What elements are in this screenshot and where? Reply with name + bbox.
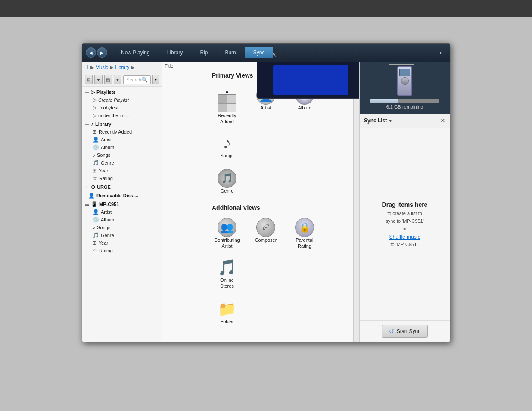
- view-icon-parental-rating[interactable]: 🔒 Parental Rating: [289, 218, 320, 249]
- sync-shuffle-link[interactable]: Shuffle music: [389, 234, 420, 240]
- view-grid-button[interactable]: ⊞: [85, 75, 93, 84]
- folder-img: 📁: [218, 299, 236, 318]
- cobytest-label: !!cobytest: [98, 105, 118, 110]
- playlists-label: Playlists: [96, 90, 116, 95]
- nav-tabs: Now Playing Library Rip Burn Sync ↖: [112, 47, 436, 58]
- storage-bar: [370, 99, 439, 103]
- sidebar-item-rating[interactable]: ☆ Rating: [82, 174, 162, 182]
- view-list-button[interactable]: ▤: [104, 75, 112, 84]
- tab-library[interactable]: Library: [159, 47, 192, 58]
- sync-sub-text: to create a list to: [387, 211, 422, 216]
- forward-button[interactable]: ▶: [97, 47, 107, 58]
- view-dropdown-button[interactable]: ▼: [94, 75, 102, 84]
- library-icon: ♪: [91, 121, 93, 127]
- library-section: ▬ ♪ Library ⊞ Recently Added 👤 Artist: [82, 120, 162, 182]
- recently-added-dropdown: [257, 62, 359, 99]
- sidebar-item-recently-added[interactable]: ⊞ Recently Added: [82, 128, 162, 136]
- mp-c951-header[interactable]: ▬ 📱 MP-C951: [82, 200, 162, 208]
- search-placeholder: Search: [126, 77, 141, 82]
- search-box: Search 🔍: [123, 75, 151, 84]
- breadcrumb-bar: ♩ ▶ Music ▶ Library ▶: [82, 62, 162, 73]
- genre-view-label: Genre: [221, 188, 234, 194]
- view-icon-recently-added[interactable]: ▲ Recently Added: [212, 94, 242, 125]
- removable-section: 👤 Removable Disk ...: [82, 192, 162, 199]
- breadcrumb-library[interactable]: Library: [115, 65, 130, 70]
- sidebar-column: ♩ ▶ Music ▶ Library ▶ ⊞ ▼ ▤ ▼ Search 🔍: [82, 62, 162, 342]
- sync-drag-text: Drag items here: [382, 201, 428, 208]
- sidebar-item-year[interactable]: ⊞ Year: [82, 167, 162, 174]
- sidebar-item-mp-year[interactable]: ⊞ Year: [82, 239, 162, 247]
- removable-header[interactable]: 👤 Removable Disk ...: [82, 192, 162, 199]
- back-button[interactable]: ◀: [86, 47, 96, 58]
- mp-year-label: Year: [99, 240, 108, 246]
- rating-icon: ☆: [93, 175, 97, 181]
- urge-header[interactable]: + ⊕ URGE: [82, 183, 162, 191]
- sidebar-item-mp-songs[interactable]: ♪ Songs: [82, 224, 162, 231]
- sidebar-item-create-playlist[interactable]: ▷ Create Playlist: [82, 96, 162, 104]
- parental-rating-label: Parental Rating: [296, 237, 314, 249]
- mp-genre-icon: 🎵: [93, 232, 99, 238]
- sidebar-item-mp-artist[interactable]: 👤 Artist: [82, 208, 162, 216]
- view-icon-genre[interactable]: 🎵 Genre: [212, 169, 242, 194]
- view-list-dropdown[interactable]: ▼: [114, 75, 121, 84]
- composer-label: Composer: [255, 237, 277, 243]
- view-icon-folder[interactable]: 📁 Folder: [212, 299, 242, 324]
- contributing-artist-img: 👥: [218, 218, 236, 237]
- tab-now-playing[interactable]: Now Playing: [112, 47, 159, 58]
- cobytest-icon: ▷: [93, 105, 96, 111]
- vertical-scrollbar[interactable]: [353, 62, 359, 342]
- mp-c951-expand: ▬: [85, 202, 90, 206]
- album-view-label: Album: [298, 105, 311, 111]
- sync-list-header: Sync List ▼ ✕: [360, 114, 450, 128]
- urge-expand: +: [85, 185, 90, 189]
- playlists-section: ▬ ▷ Playlists ▷ Create Playlist ▷ !!coby…: [82, 88, 162, 119]
- urge-label: URGE: [97, 184, 111, 190]
- removable-label: Removable Disk ...: [96, 193, 138, 198]
- start-sync-button[interactable]: ↺ Start Sync: [382, 325, 428, 338]
- tab-rip[interactable]: Rip: [191, 47, 216, 58]
- genre-icon: 🎵: [93, 160, 99, 166]
- sidebar-item-mp-album[interactable]: 💿 Album: [82, 216, 162, 224]
- sidebar-item-mp-rating[interactable]: ☆ Rating: [82, 247, 162, 255]
- cursor-icon: ↖: [271, 50, 278, 59]
- view-icon-composer[interactable]: 🖊 Composer: [251, 218, 281, 249]
- sidebar-tree: ▬ ▷ Playlists ▷ Create Playlist ▷ !!coby…: [82, 87, 162, 257]
- earphone-wire: [389, 64, 414, 65]
- right-panel: 6.1 GB remaining Sync List ▼ ✕ Drag item…: [359, 62, 450, 342]
- mp-album-label: Album: [101, 217, 114, 222]
- sidebar-item-genre[interactable]: 🎵 Genre: [82, 159, 162, 167]
- sync-close-button[interactable]: ✕: [440, 117, 445, 124]
- toolbar-row: ⊞ ▼ ▤ ▼ Search 🔍 ▼: [82, 73, 162, 87]
- tab-burn[interactable]: Burn: [216, 47, 244, 58]
- dropdown-blue-content: [273, 65, 348, 95]
- search-dropdown-button[interactable]: ▼: [152, 75, 159, 84]
- removable-icon: 👤: [88, 193, 95, 199]
- nav-more[interactable]: »: [436, 47, 446, 58]
- additional-views-title: Additional Views: [212, 204, 352, 211]
- sidebar-item-under-infl[interactable]: ▷ under the infl...: [82, 112, 162, 119]
- sidebar-item-cobytest[interactable]: ▷ !!cobytest: [82, 104, 162, 112]
- artist-icon: 👤: [93, 137, 99, 143]
- sidebar-item-artist[interactable]: 👤 Artist: [82, 136, 162, 143]
- sync-list-dropdown-icon[interactable]: ▼: [388, 118, 392, 123]
- sidebar-item-mp-genre[interactable]: 🎵 Genre: [82, 231, 162, 239]
- library-header[interactable]: ▬ ♪ Library: [82, 120, 162, 128]
- search-icon[interactable]: 🔍: [141, 77, 148, 83]
- view-icon-online-stores[interactable]: 🎵 Online Stores: [212, 258, 242, 290]
- create-playlist-label: Create Playlist: [98, 97, 129, 103]
- recently-added-view-label: Recently Added: [218, 112, 236, 125]
- mp-c951-icon: 📱: [91, 201, 97, 207]
- breadcrumb-sep3: ▶: [131, 65, 134, 70]
- playlists-header[interactable]: ▬ ▷ Playlists: [82, 88, 162, 96]
- sidebar-item-album[interactable]: 💿 Album: [82, 143, 162, 151]
- tab-sync[interactable]: Sync ↖: [245, 47, 274, 58]
- mp-year-icon: ⊞: [93, 240, 97, 246]
- view-icon-songs[interactable]: ♪ Songs: [212, 134, 242, 159]
- mp-genre-label: Genre: [101, 233, 114, 238]
- storage-fill: [370, 99, 398, 103]
- mp3-wheel: [401, 77, 409, 85]
- breadcrumb-music[interactable]: Music: [96, 65, 108, 70]
- view-icon-contributing-artist[interactable]: 👥 Contributing Artist: [212, 218, 242, 249]
- sidebar-item-songs[interactable]: ♪ Songs: [82, 151, 162, 159]
- sync-device-ref: sync to 'MP-C951': [386, 218, 424, 224]
